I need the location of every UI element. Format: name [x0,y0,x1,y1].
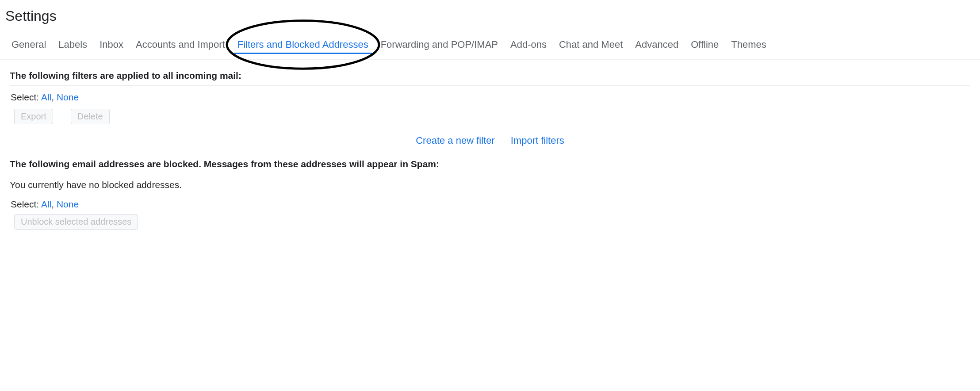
unblock-button-row: Unblock selected addresses [10,211,970,230]
tab-advanced[interactable]: Advanced [629,34,685,59]
import-filters-link[interactable]: Import filters [511,135,564,146]
blocked-select-all-link[interactable]: All [41,199,51,209]
filter-center-links: Create a new filter Import filters [10,127,970,159]
settings-tabs: General Labels Inbox Accounts and Import… [0,34,980,60]
blocked-section-heading: The following email addresses are blocke… [10,159,970,169]
unblock-selected-addresses-button[interactable]: Unblock selected addresses [14,214,138,230]
content-area: The following filters are applied to all… [0,60,980,230]
tab-offline[interactable]: Offline [685,34,725,59]
blocked-empty-text: You currently have no blocked addresses. [10,178,970,198]
tab-forwarding-pop-imap[interactable]: Forwarding and POP/IMAP [375,34,504,59]
tab-labels[interactable]: Labels [52,34,93,59]
tab-general[interactable]: General [5,34,52,59]
select-separator: , [51,199,57,209]
create-new-filter-link[interactable]: Create a new filter [416,135,495,146]
divider [10,85,970,86]
blocked-select-row: Select: All, None [10,198,970,211]
tab-addons[interactable]: Add-ons [504,34,553,59]
page-title: Settings [0,0,980,30]
filters-select-none-link[interactable]: None [57,92,79,102]
export-button[interactable]: Export [14,109,53,124]
filters-select-all-link[interactable]: All [41,92,51,102]
filters-section-heading: The following filters are applied to all… [10,70,970,81]
blocked-select-none-link[interactable]: None [57,199,79,209]
filters-button-row: Export Delete [10,105,970,127]
select-label: Select: [11,199,39,209]
tab-filters-and-blocked-addresses[interactable]: Filters and Blocked Addresses [231,34,375,59]
tab-inbox[interactable]: Inbox [93,34,130,59]
filters-select-row: Select: All, None [10,89,970,105]
tab-accounts-and-import[interactable]: Accounts and Import [130,34,231,59]
divider [10,174,970,174]
delete-button[interactable]: Delete [71,109,110,124]
select-separator: , [51,92,57,102]
tab-themes[interactable]: Themes [725,34,772,59]
select-label: Select: [11,92,39,102]
tab-chat-and-meet[interactable]: Chat and Meet [553,34,629,59]
